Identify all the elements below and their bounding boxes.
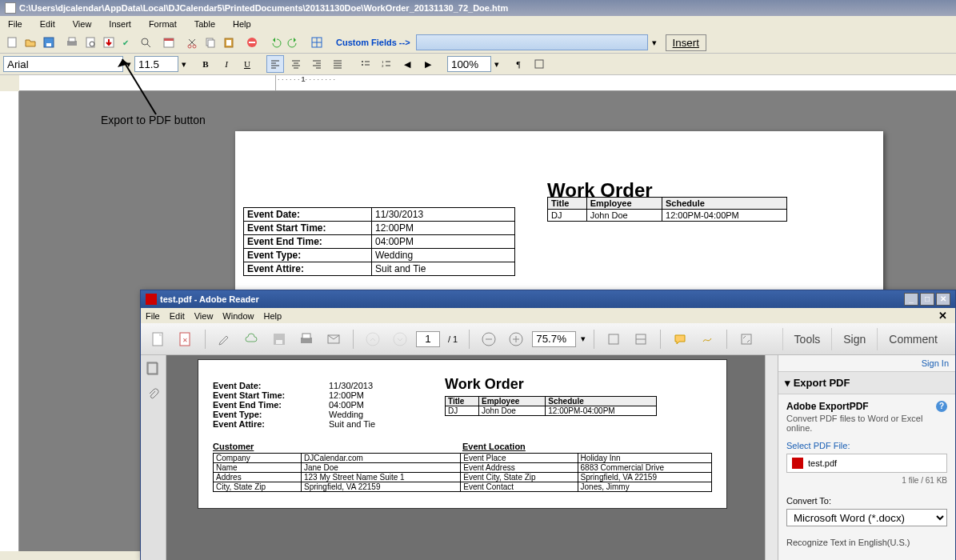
align-right-button[interactable]: [308, 55, 326, 73]
custom-fields-label: Custom Fields -->: [331, 38, 415, 47]
reader-title: test.pdf - Adobe Reader: [160, 294, 259, 304]
fullscreen-button[interactable]: [735, 328, 758, 350]
align-center-button[interactable]: [287, 55, 305, 73]
svg-rect-18: [226, 40, 231, 46]
font-size-select[interactable]: [134, 56, 178, 72]
page-number-input[interactable]: [416, 331, 440, 347]
reader-menu-edit[interactable]: Edit: [170, 311, 185, 321]
reader-doc-close-icon[interactable]: ✕: [935, 310, 950, 322]
bold-button[interactable]: B: [197, 55, 214, 73]
close-button[interactable]: ✕: [936, 293, 950, 306]
open-button[interactable]: [22, 34, 39, 51]
sign-in-link[interactable]: Sign In: [778, 355, 955, 371]
recognize-text-label: Recognize Text in English(U.S.): [786, 538, 947, 547]
reader-print-button[interactable]: [295, 328, 318, 350]
custom-fields-dropdown[interactable]: [416, 34, 648, 50]
paste-button[interactable]: [220, 34, 238, 51]
zoom-dropdown-icon[interactable]: ▾: [494, 59, 499, 70]
align-left-button[interactable]: [266, 55, 284, 73]
menu-format[interactable]: Format: [146, 18, 180, 30]
indent-button[interactable]: ▶: [419, 55, 437, 73]
table-row: Event Date:11/30/2013: [244, 208, 515, 222]
reader-menu-file[interactable]: File: [146, 311, 160, 321]
page-down-button[interactable]: [389, 328, 411, 350]
italic-button[interactable]: I: [218, 55, 235, 73]
thumbnails-icon[interactable]: [146, 362, 162, 378]
reader-scrollbar[interactable]: [765, 355, 778, 560]
delete-button[interactable]: [243, 34, 261, 51]
menu-file[interactable]: File: [5, 18, 26, 30]
menu-help[interactable]: Help: [230, 18, 254, 30]
menu-view[interactable]: View: [70, 18, 95, 30]
redo-button[interactable]: [285, 34, 302, 51]
reader-menu-view[interactable]: View: [194, 311, 214, 321]
comment-button[interactable]: [669, 328, 691, 350]
zoom-dropdown-icon[interactable]: ▾: [581, 334, 586, 344]
reader-content-area[interactable]: Work Order TitleEmployeeSchedule DJJohn …: [166, 355, 765, 560]
spellcheck-button[interactable]: ✔: [118, 34, 136, 51]
font-select[interactable]: [3, 56, 123, 72]
fit-width-button[interactable]: [630, 328, 652, 350]
table-button[interactable]: [308, 34, 326, 51]
undo-button[interactable]: [266, 34, 284, 51]
pilcrow-button[interactable]: ¶: [510, 55, 527, 73]
zoom-in-button[interactable]: [505, 328, 527, 350]
zoom-value-input[interactable]: [532, 331, 576, 347]
underline-button[interactable]: U: [238, 55, 256, 73]
cloud-button[interactable]: [241, 328, 263, 350]
pdf-doc-icon[interactable]: [147, 328, 170, 350]
align-justify-button[interactable]: [329, 55, 346, 73]
reader-save-button[interactable]: [268, 328, 290, 350]
svg-text:✔: ✔: [122, 38, 129, 47]
event-details-table: Event Date:11/30/2013 Event Start Time:1…: [243, 207, 515, 276]
reader-menu-window[interactable]: Window: [222, 311, 254, 321]
sign-button[interactable]: [696, 328, 718, 350]
email-button[interactable]: [322, 328, 345, 350]
dropdown-arrow-icon[interactable]: ▾: [649, 38, 660, 48]
fit-page-button[interactable]: [602, 328, 625, 350]
convert-to-select[interactable]: Microsoft Word (*.docx): [786, 509, 947, 526]
print-button[interactable]: [63, 34, 81, 51]
number-list-button[interactable]: 12: [378, 55, 395, 73]
zoom-out-button[interactable]: [478, 328, 500, 350]
tab-comment[interactable]: Comment: [877, 328, 949, 350]
find-button[interactable]: [137, 34, 154, 51]
menu-table[interactable]: Table: [191, 18, 218, 30]
svg-rect-16: [208, 40, 214, 47]
page-total: / 1: [445, 334, 461, 344]
reader-menu-help[interactable]: Help: [263, 311, 282, 321]
select-file-label: Select PDF File:: [786, 441, 947, 450]
copy-button[interactable]: [202, 34, 219, 51]
size-dropdown-icon[interactable]: ▾: [182, 59, 186, 70]
new-doc-button[interactable]: [3, 34, 21, 51]
svg-rect-4: [69, 38, 75, 42]
bullet-list-button[interactable]: [357, 55, 374, 73]
editor-title-bar: C:\Users\djcalendar\AppData\Local\DJCale…: [0, 0, 956, 16]
table-row: Addres123 My Street Name Suite 1Event Ci…: [214, 473, 712, 482]
cut-button[interactable]: [183, 34, 201, 51]
export-pdf-button[interactable]: [100, 34, 118, 51]
tab-sign[interactable]: Sign: [831, 328, 877, 350]
tab-tools[interactable]: Tools: [782, 328, 832, 350]
insert-button[interactable]: Insert: [666, 34, 706, 51]
maximize-button[interactable]: □: [920, 293, 934, 306]
print-preview-button[interactable]: [82, 34, 99, 51]
panel-heading[interactable]: ▾ Export PDF: [778, 371, 955, 394]
font-dropdown-icon[interactable]: ▾: [126, 59, 131, 70]
help-icon[interactable]: ?: [936, 401, 947, 412]
page-up-button[interactable]: [362, 328, 384, 350]
attachments-icon[interactable]: [146, 387, 162, 403]
file-name: test.pdf: [808, 458, 837, 468]
zoom-select[interactable]: [447, 56, 491, 72]
create-pdf-button[interactable]: ✕: [174, 328, 197, 350]
minimize-button[interactable]: _: [904, 293, 918, 306]
selected-file[interactable]: test.pdf: [786, 454, 947, 473]
date-button[interactable]: [160, 34, 178, 51]
svg-rect-48: [535, 60, 543, 68]
special-char-button[interactable]: [530, 55, 548, 73]
outdent-button[interactable]: ◀: [398, 55, 416, 73]
menu-insert[interactable]: Insert: [106, 18, 134, 30]
save-button[interactable]: [40, 34, 58, 51]
menu-edit[interactable]: Edit: [37, 18, 58, 30]
edit-button[interactable]: [214, 328, 236, 350]
